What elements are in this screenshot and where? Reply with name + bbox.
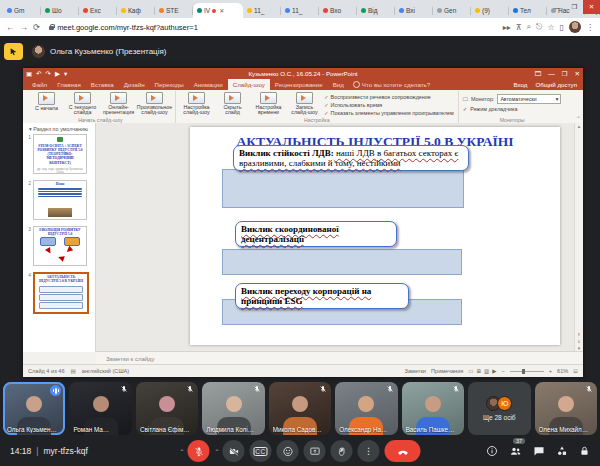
participant-tile[interactable]: Роман Ма… xyxy=(69,382,131,435)
slide-thumbnail[interactable]: 1STEM-ОСВІТА : АСПЕКТ РОЗВИТКУ ІНДУСТРІЇ… xyxy=(25,134,95,174)
ribbon-tab-item[interactable]: Переходы xyxy=(150,79,189,90)
view-mode-icon[interactable]: ▥ xyxy=(484,368,489,374)
participant-tile[interactable]: Олена Михайл… xyxy=(535,382,597,435)
browser-menu-icon[interactable]: ⋮ xyxy=(586,23,594,32)
redo-icon[interactable]: ↷ xyxy=(46,70,51,78)
browser-tab[interactable]: Gen xyxy=(433,3,471,18)
participant-tile[interactable]: Людмила Колі… xyxy=(202,382,264,435)
tab-close-icon[interactable]: ✕ xyxy=(219,7,224,14)
browser-tab[interactable]: Вхі xyxy=(395,3,433,18)
ribbon-tab-item[interactable]: Вставка xyxy=(86,79,119,90)
thumbnail-preview[interactable]: ЕВОЛЮЦІЯ РОЗВИТКУ ІНДУСТРІЇ 5.0 xyxy=(33,226,87,266)
thumbnail-preview[interactable]: АКТУАЛЬНІСТЬ ІНДУСТРІЇ 5.0 В УКРАЇНІ xyxy=(33,272,89,314)
translate-icon[interactable]: ⊼ xyxy=(516,23,522,32)
back-icon[interactable]: ← xyxy=(6,22,15,32)
section-header[interactable]: ▾ Раздел по умолчанию xyxy=(29,126,95,132)
save-icon[interactable]: ▣ xyxy=(26,70,32,78)
presenter-mode-checkbox[interactable]: ✓ Режим докладчика xyxy=(463,106,562,112)
ribbon-button[interactable]: Скрыть слайд xyxy=(216,92,249,116)
ribbon-tab-item[interactable]: Файл xyxy=(27,79,52,90)
slide-shape-back-2[interactable] xyxy=(222,249,462,275)
ribbon-button[interactable]: Запись слайд-шоу xyxy=(288,92,321,116)
ribbon-tab-item[interactable]: Главная xyxy=(52,79,86,90)
host-controls-icon[interactable] xyxy=(579,445,590,457)
activities-icon[interactable] xyxy=(556,445,568,457)
ppt-close-button[interactable]: ✕ xyxy=(575,70,580,78)
ribbon-tab-item[interactable]: Дизайн xyxy=(119,79,150,90)
proofing-icon[interactable]: ▤ xyxy=(71,368,76,374)
browser-tab[interactable]: 11_ xyxy=(243,3,281,18)
browser-tab[interactable]: IV✕ xyxy=(193,3,243,18)
side-panel-icon[interactable]: ▯ xyxy=(560,23,564,32)
reactions-button[interactable] xyxy=(277,440,299,462)
browser-tab[interactable]: Exc xyxy=(79,3,117,18)
zoom-percent[interactable]: 61% xyxy=(557,368,568,374)
camera-off-button[interactable] xyxy=(223,440,245,462)
camera-options-chevron-icon[interactable]: ⌃ xyxy=(215,448,220,455)
mic-options-chevron-icon[interactable]: ⌃ xyxy=(179,448,184,455)
share-button[interactable]: Общий доступ xyxy=(535,81,577,88)
url-text[interactable]: meet.google.com/myr-tfzs-kqf?authuser=1 xyxy=(57,23,198,32)
zoom-in-button[interactable]: + xyxy=(549,368,552,374)
view-mode-icon[interactable]: ▶ xyxy=(492,368,496,374)
browser-tab[interactable]: Gm xyxy=(3,3,41,18)
share-icon[interactable]: ⎋ xyxy=(536,22,542,32)
address-bar[interactable]: meet.google.com/myr-tfzs-kqf?authuser=1 xyxy=(45,21,498,33)
browser-tab[interactable]: Вхо xyxy=(319,3,357,18)
participant-tile[interactable]: Світлана Єфім… xyxy=(136,382,198,435)
language-indicator[interactable]: английский (США) xyxy=(82,368,129,374)
ribbon-button[interactable]: Онлайн-презентация xyxy=(102,92,135,116)
notes-toggle[interactable]: Заметки xyxy=(405,368,426,374)
qat-customize-icon[interactable]: ▾ xyxy=(64,70,67,78)
participant-tile[interactable]: Ольга Кузьмен… xyxy=(3,382,65,435)
more-participants-tile[interactable]: ЮЩе 28 осіб xyxy=(468,382,530,435)
participant-tile[interactable]: Василь Пашке… xyxy=(402,382,464,435)
ribbon-button[interactable]: Настройка слайд-шоу xyxy=(180,92,213,116)
slide-textbox-1[interactable]: Виклик стійкості ЛДВ: наші ЛДВ в багатьо… xyxy=(233,145,469,171)
slide-canvas[interactable]: АКТУАЛЬНІСТЬ ІНДУСТРІЇ 5.0 В УКРАЇНІ Вик… xyxy=(190,127,560,345)
notes-pane[interactable]: Заметки к слайду xyxy=(96,351,583,365)
slide-shape-back-1[interactable] xyxy=(222,169,464,208)
tell-me-search[interactable]: Что вы хотите сделать? xyxy=(353,81,430,88)
view-mode-icon[interactable]: ▭ xyxy=(468,368,473,374)
slide-textbox-3[interactable]: Виклик переходу корпорацій на принципи E… xyxy=(235,283,409,309)
ppt-restore-button[interactable]: ❐ xyxy=(562,70,568,78)
prev-slide-icon[interactable]: ⇞ xyxy=(577,332,581,337)
slide-thumbnail[interactable]: 4АКТУАЛЬНІСТЬ ІНДУСТРІЇ 5.0 В УКРАЇНІ xyxy=(25,272,95,314)
fit-to-window-icon[interactable]: ⊡ xyxy=(573,368,578,374)
people-panel-icon[interactable]: 37 xyxy=(509,445,522,457)
refresh-icon[interactable]: ⟳ xyxy=(33,22,40,32)
chat-panel-icon[interactable] xyxy=(533,445,545,457)
media-control-icon[interactable]: ▸▸ xyxy=(503,23,511,32)
ribbon-button[interactable]: С текущего слайда xyxy=(66,92,99,116)
sign-in-link[interactable]: Вход xyxy=(513,81,527,88)
browser-tab[interactable]: Шо xyxy=(41,3,79,18)
bookmark-star-icon[interactable]: ☆ xyxy=(547,23,554,32)
slide-thumbnail[interactable]: 2План xyxy=(25,180,95,220)
thumbnail-preview[interactable]: План xyxy=(33,180,87,220)
ppt-minimize-button[interactable]: — xyxy=(548,70,555,77)
zoom-out-button[interactable]: − xyxy=(502,368,505,374)
scroll-up-icon[interactable]: ▲ xyxy=(577,124,581,129)
comments-toggle[interactable]: Примечания xyxy=(431,368,463,374)
slideshow-icon[interactable]: ▶ xyxy=(55,70,60,78)
meeting-details-icon[interactable] xyxy=(486,445,498,457)
more-options-button[interactable]: ⋮ xyxy=(358,440,380,462)
window-maximize-button[interactable]: ❐ xyxy=(566,0,583,14)
participant-tile[interactable]: Олександр На… xyxy=(335,382,397,435)
next-slide-icon[interactable]: ⇟ xyxy=(577,339,581,344)
ribbon-tab-item[interactable]: Анимации xyxy=(189,79,228,90)
browser-tab[interactable]: 11_ xyxy=(281,3,319,18)
ribbon-options-icon[interactable]: 🗖 xyxy=(535,70,542,77)
zoom-search-icon[interactable]: ⌕ xyxy=(527,22,531,32)
browser-tab[interactable]: STE xyxy=(155,3,193,18)
browser-tab[interactable]: Тел xyxy=(509,3,547,18)
monitor-dropdown[interactable]: Автоматически▾ xyxy=(497,94,561,104)
ribbon-checkbox[interactable]: ✓Воспроизвести речевое сопровождение xyxy=(324,94,454,100)
ribbon-checkbox[interactable]: ✓Показать элементы управления проигрыват… xyxy=(324,110,454,116)
leave-call-button[interactable] xyxy=(385,440,421,462)
browser-tab[interactable]: Каф xyxy=(117,3,155,18)
thumbnail-preview[interactable]: STEM-ОСВІТА : АСПЕКТ РОЗВИТКУ ІНДУСТРІЇ … xyxy=(33,134,87,174)
raise-hand-button[interactable] xyxy=(331,440,353,462)
profile-avatar[interactable] xyxy=(569,21,581,33)
